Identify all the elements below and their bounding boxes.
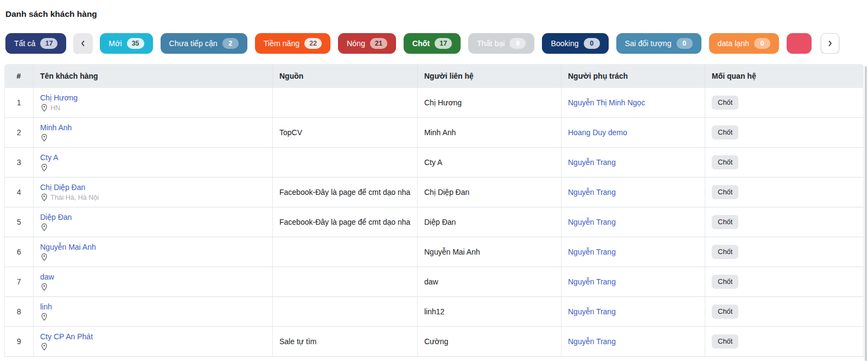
- filter-tab-label: Chốt: [412, 40, 430, 47]
- customer-location: Thái Hà, Hà Nội: [50, 194, 99, 201]
- assignee-link[interactable]: Nguyễn Trang: [568, 248, 616, 256]
- row-index: 1: [4, 88, 34, 118]
- relationship-badge: Chốt: [712, 275, 738, 289]
- column-header-source: Nguồn: [273, 64, 418, 88]
- source-cell: [273, 88, 418, 118]
- source-cell: [273, 148, 418, 178]
- table-row: 9 Cty CP An Phát Sale tự tìm Cường Nguyễ…: [4, 327, 864, 357]
- filter-tab-label: data lạnh: [718, 40, 749, 47]
- source-cell: [273, 237, 418, 267]
- row-index: 2: [4, 118, 34, 148]
- assignee-link[interactable]: Nguyễn Trang: [568, 277, 616, 286]
- filter-tab[interactable]: Thất bại 9: [468, 33, 534, 54]
- contact-cell: Chị Diệp Đan: [418, 178, 561, 207]
- filter-tab-count: 0: [584, 38, 600, 49]
- relationship-badge: Chốt: [712, 185, 738, 200]
- assignee-link[interactable]: Nguyễn Trang: [568, 337, 616, 346]
- table-row: 1 Chị Hương HN Chị Hương Nguyễn Thị Minh…: [4, 88, 864, 118]
- filter-tab-count: 2: [222, 38, 239, 49]
- contact-cell: Nguyễn Mai Anh: [418, 237, 561, 267]
- table-row: 4 Chị Diệp Đan Thái Hà, Hà Nội Facebook-…: [4, 178, 864, 207]
- source-cell: Facebook-Đây là page để cmt dạo nha: [273, 178, 418, 207]
- customer-name-link[interactable]: Cty CP An Phát: [40, 332, 93, 341]
- location-pin-icon: [40, 313, 48, 321]
- assignee-link[interactable]: Nguyễn Trang: [568, 158, 616, 167]
- customer-name-link[interactable]: Diệp Đan: [40, 213, 72, 221]
- row-index: 9: [4, 327, 34, 357]
- location-pin-icon: [40, 163, 48, 172]
- location-pin-icon: [40, 104, 48, 112]
- filter-tab[interactable]: Mới 35: [100, 33, 152, 54]
- column-header-index: #: [4, 64, 34, 88]
- source-cell: Sale tự tìm: [273, 327, 418, 357]
- customer-name-link[interactable]: Minh Anh: [40, 123, 72, 132]
- prev-tabs-button[interactable]: [74, 33, 92, 54]
- contact-cell: Minh Anh: [418, 118, 561, 148]
- filter-tab[interactable]: Tất cả 17: [5, 33, 66, 54]
- filter-tab[interactable]: Nóng 21: [338, 33, 396, 54]
- customer-name-link[interactable]: Chị Diệp Đan: [40, 183, 85, 192]
- relationship-badge: Chốt: [712, 125, 738, 140]
- relationship-badge: Chốt: [712, 334, 738, 349]
- table-row: 5 Diệp Đan Facebook-Đây là page để cmt d…: [4, 207, 864, 237]
- customer-name-link[interactable]: daw: [40, 273, 54, 281]
- location-pin-icon: [40, 193, 48, 201]
- filter-tab-count: 0: [676, 38, 693, 49]
- filter-tab-count: 35: [127, 38, 144, 49]
- filter-tab-label: Thất bại: [477, 40, 505, 47]
- filter-tab-count: 17: [435, 38, 452, 49]
- filter-tab-count: 21: [370, 38, 387, 49]
- filter-tab[interactable]: Chưa tiếp cận 2: [161, 33, 247, 54]
- relationship-badge: Chốt: [712, 215, 738, 230]
- location-pin-icon: [40, 283, 48, 291]
- contact-cell: Chị Hương: [418, 88, 561, 118]
- page-title: Danh sách khách hàng: [5, 9, 868, 19]
- row-index: 8: [4, 297, 34, 327]
- filter-tab[interactable]: data lạnh 0: [709, 33, 779, 54]
- filter-tab[interactable]: Chốt 17: [404, 33, 461, 54]
- contact-cell: daw: [418, 267, 561, 297]
- column-header-contact: Người liên hệ: [418, 64, 561, 88]
- vertical-scrollbar[interactable]: [865, 66, 867, 361]
- assignee-link[interactable]: Nguyễn Trang: [568, 307, 616, 316]
- column-header-relationship: Mối quan hệ: [705, 64, 864, 88]
- customer-name-link[interactable]: Nguyễn Mai Anh: [40, 243, 96, 251]
- filter-tab-count: 0: [754, 38, 770, 49]
- assignee-link[interactable]: Nguyễn Thị Minh Ngọc: [568, 98, 645, 107]
- customer-name-link[interactable]: linh: [40, 302, 52, 311]
- table-row: 6 Nguyễn Mai Anh Nguyễn Mai Anh Nguyễn T…: [4, 237, 864, 267]
- row-index: 5: [4, 207, 34, 237]
- assignee-link[interactable]: Nguyễn Trang: [568, 188, 616, 197]
- row-index: 3: [4, 148, 34, 178]
- customer-name-link[interactable]: Chị Hương: [40, 93, 78, 102]
- chevron-right-icon: [826, 40, 834, 47]
- next-tabs-button[interactable]: [821, 33, 839, 54]
- row-index: 6: [4, 237, 34, 267]
- filter-tab[interactable]: Tiềm năng 22: [255, 33, 330, 54]
- filter-tab-count: 22: [304, 38, 322, 49]
- table-row: 3 Cty A Cty A Nguyễn Trang Chốt: [4, 148, 864, 178]
- filter-tab-label: Mới: [108, 40, 122, 47]
- contact-cell: Cường: [418, 327, 561, 357]
- source-cell: [273, 267, 418, 297]
- filter-tab[interactable]: Sai đối tượng 0: [616, 33, 701, 54]
- filter-tab[interactable]: [787, 33, 812, 54]
- contact-cell: linh12: [418, 297, 561, 327]
- filter-tab-label: Nóng: [347, 40, 365, 47]
- customer-name-link[interactable]: Cty A: [40, 153, 58, 162]
- filter-tab-count: 17: [40, 38, 58, 49]
- table-row: 2 Minh Anh TopCV Minh Anh Hoang Duy demo…: [4, 118, 864, 148]
- assignee-link[interactable]: Hoang Duy demo: [568, 128, 627, 137]
- location-pin-icon: [40, 343, 48, 351]
- filter-tab-count: 9: [509, 38, 526, 49]
- filter-tab-label: Sai đối tượng: [625, 40, 672, 47]
- filter-tab[interactable]: Booking 0: [542, 33, 608, 54]
- location-pin-icon: [40, 134, 48, 142]
- column-header-assignee: Người phụ trách: [561, 64, 705, 88]
- table-header-row: # Tên khách hàng Nguồn Người liên hệ Ngư…: [4, 64, 864, 88]
- table-row: 7 daw daw Nguyễn Trang Chốt: [4, 267, 864, 297]
- relationship-badge: Chốt: [712, 305, 738, 319]
- assignee-link[interactable]: Nguyễn Trang: [568, 218, 616, 226]
- filter-tab-label: Tất cả: [14, 40, 35, 47]
- relationship-badge: Chốt: [712, 245, 738, 259]
